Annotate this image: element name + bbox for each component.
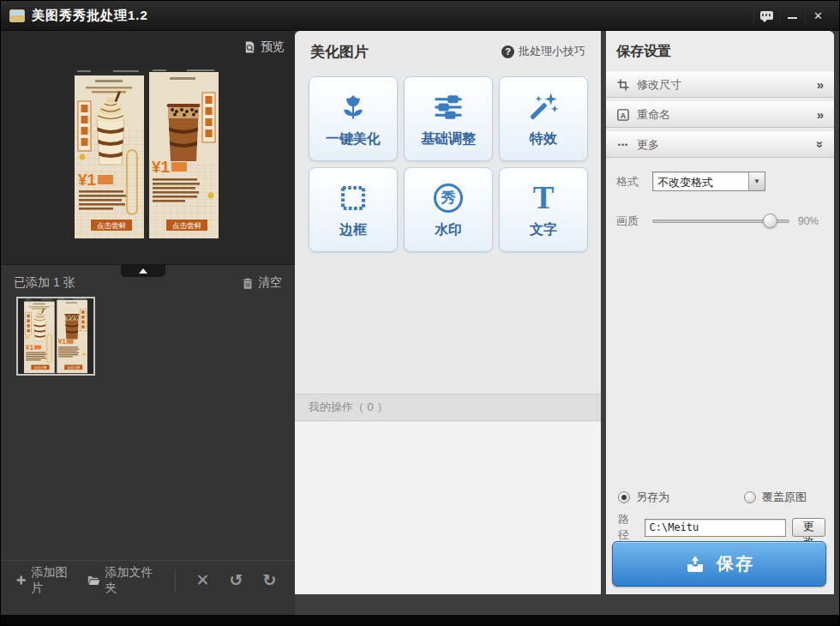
help-icon: ? <box>501 45 514 58</box>
path-input[interactable] <box>645 519 786 537</box>
app-window: 美图秀秀批处理1.2 ✕ 预览 <box>0 0 840 626</box>
chevron-down-icon: » <box>813 141 827 147</box>
quality-slider[interactable] <box>652 214 789 228</box>
feature-label: 一键美化 <box>326 130 381 148</box>
title-bar: 美图秀秀批处理1.2 ✕ <box>1 1 839 31</box>
overwrite-label: 覆盖原图 <box>762 490 807 505</box>
path-row: 路径 更改 <box>618 512 825 543</box>
format-label: 格式 <box>616 174 652 190</box>
chevron-right-icon: » <box>817 107 824 122</box>
minimize-icon <box>788 17 797 19</box>
remove-image-button[interactable]: ✕ <box>193 570 213 590</box>
quality-slider-knob[interactable] <box>763 214 777 228</box>
frame-button[interactable]: 边框 <box>309 167 398 252</box>
save-settings-panel: 保存设置 修改尺寸 » A 重命名 » ••• 更多 » <box>606 31 834 594</box>
preview-image[interactable] <box>74 69 219 240</box>
feature-label: 边框 <box>339 221 367 239</box>
format-row: 格式 不改变格式 ▼ <box>616 172 824 191</box>
basic-adjust-button[interactable]: 基础调整 <box>404 76 493 161</box>
save-mode-row: 另存为 覆盖原图 <box>618 490 822 505</box>
list-toolbar: 添加图片 添加文件夹 ✕ ↺ ↻ <box>1 560 295 599</box>
close-icon: ✕ <box>813 9 823 22</box>
one-click-beautify-button[interactable]: 一键美化 <box>309 76 398 161</box>
preview-area: 预览 <box>1 31 295 265</box>
change-path-button[interactable]: 更改 <box>792 518 826 537</box>
trash-icon <box>242 277 254 290</box>
plus-icon <box>16 575 26 586</box>
radio-icon <box>744 491 756 503</box>
overwrite-option[interactable]: 覆盖原图 <box>744 490 807 505</box>
feature-label: 水印 <box>435 221 462 239</box>
watermark-badge: 秀 <box>434 184 463 213</box>
resize-section-header[interactable]: 修改尺寸 » <box>606 71 834 98</box>
save-as-label: 另存为 <box>636 490 669 505</box>
app-icon <box>9 9 25 22</box>
rotate-right-button[interactable]: ↻ <box>260 570 279 590</box>
magic-wand-icon <box>527 90 560 124</box>
feedback-button[interactable] <box>753 5 779 26</box>
beautify-header: 美化图片 ? 批处理小技巧 <box>295 31 601 72</box>
chevron-right-icon: » <box>817 77 824 92</box>
added-count-label: 已添加 1 张 <box>14 275 75 291</box>
arrow-up-icon <box>139 268 147 274</box>
batch-tips-label: 批处理小技巧 <box>519 44 585 59</box>
dropdown-arrow-icon: ▼ <box>748 172 765 190</box>
feedback-icon <box>760 11 773 20</box>
add-image-button[interactable]: 添加图片 <box>16 565 74 596</box>
image-thumbnail[interactable] <box>16 297 95 376</box>
radio-icon <box>618 491 630 503</box>
more-section-header[interactable]: ••• 更多 » <box>606 131 834 158</box>
watermark-icon: 秀 <box>434 181 463 215</box>
app-title: 美图秀秀批处理1.2 <box>32 8 148 24</box>
quality-value: 90% <box>798 215 824 227</box>
save-as-option[interactable]: 另存为 <box>618 490 669 505</box>
toolbar-divider <box>175 569 176 592</box>
rename-section-label: 重命名 <box>637 107 670 123</box>
save-icon <box>684 554 706 575</box>
preview-button[interactable]: 预览 <box>243 39 285 55</box>
rotate-left-button[interactable]: ↺ <box>226 570 246 590</box>
clear-button[interactable]: 清空 <box>242 275 282 291</box>
feature-grid: 一键美化 基础调整 <box>309 76 588 252</box>
clear-button-label: 清空 <box>258 275 282 291</box>
save-settings-title: 保存设置 <box>606 31 834 71</box>
text-icon: T <box>533 181 555 215</box>
preview-icon <box>243 40 256 54</box>
image-list-panel: 预览 已添加 1 张 清空 <box>1 31 295 615</box>
feature-label: 文字 <box>530 221 557 239</box>
quality-row: 画质 90% <box>616 214 824 229</box>
close-button[interactable]: ✕ <box>805 5 831 26</box>
feature-label: 基础调整 <box>421 130 476 148</box>
save-button-label: 保存 <box>717 552 754 575</box>
collapse-list-handle[interactable] <box>121 265 165 277</box>
text-button[interactable]: T 文字 <box>499 167 588 252</box>
minimize-button[interactable] <box>779 5 805 26</box>
operations-list-area <box>295 422 601 594</box>
my-operations-bar[interactable]: 我的操作（ 0 ） <box>295 394 601 421</box>
add-image-label: 添加图片 <box>31 565 73 596</box>
rename-icon: A <box>616 109 630 121</box>
watermark-button[interactable]: 秀 水印 <box>404 167 493 252</box>
format-value: 不改变格式 <box>653 172 748 190</box>
window-bottom-edge <box>1 615 839 625</box>
rename-section-header[interactable]: A 重命名 » <box>606 101 834 128</box>
add-folder-button[interactable]: 添加文件夹 <box>87 565 158 596</box>
preview-button-label: 预览 <box>261 39 285 55</box>
resize-section-label: 修改尺寸 <box>637 77 681 93</box>
svg-text:A: A <box>621 111 627 119</box>
beautify-title: 美化图片 <box>310 42 369 62</box>
path-label: 路径 <box>618 512 639 543</box>
effects-button[interactable]: 特效 <box>499 76 588 161</box>
format-dropdown[interactable]: 不改变格式 ▼ <box>652 172 765 191</box>
window-controls: ✕ <box>753 1 831 30</box>
feature-label: 特效 <box>530 130 557 148</box>
flower-icon <box>338 90 369 124</box>
more-section-label: 更多 <box>637 137 659 153</box>
crop-icon <box>616 79 630 91</box>
thumbnail-image <box>18 298 93 374</box>
save-button[interactable]: 保存 <box>612 541 826 587</box>
my-operations-label: 我的操作（ 0 ） <box>309 400 387 415</box>
more-dots-icon: ••• <box>616 141 630 149</box>
folder-icon <box>87 575 100 587</box>
batch-tips-link[interactable]: ? 批处理小技巧 <box>501 44 585 59</box>
